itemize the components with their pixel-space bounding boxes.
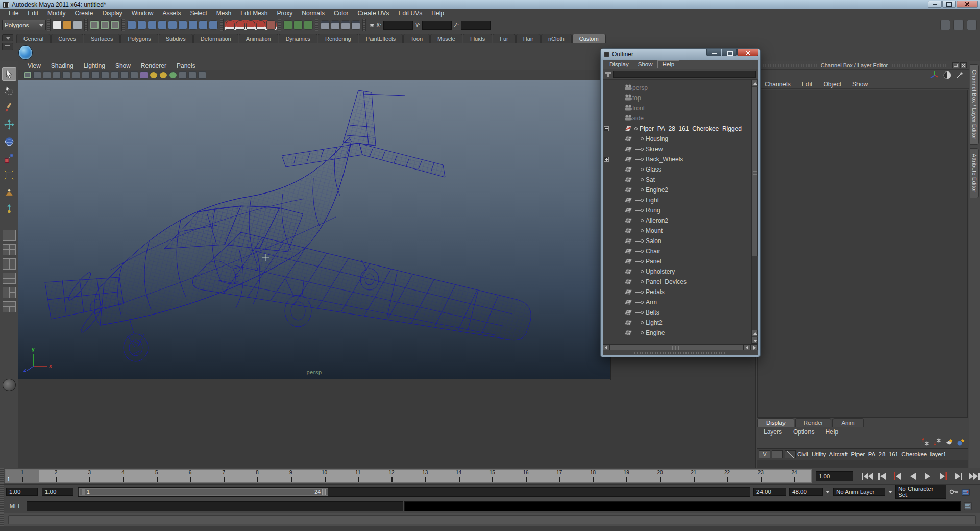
z-input[interactable]: [461, 21, 491, 30]
outliner-item-persp[interactable]: persp: [603, 83, 751, 93]
shelf-tab-toon[interactable]: Toon: [403, 34, 430, 43]
snap-view-plane-icon[interactable]: [256, 20, 265, 30]
layer-row[interactable]: VCivil_Utility_Aircraft_Piper_PA_28_161_…: [757, 449, 968, 460]
snap-curve-icon[interactable]: [236, 20, 245, 30]
animation-end-field[interactable]: [789, 488, 823, 496]
outliner-item-chair[interactable]: Chair: [603, 246, 751, 256]
title-bar[interactable]: Autodesk Maya 2011 x64: untitled*: [0, 0, 980, 9]
range-end-handle[interactable]: [322, 489, 326, 495]
play-forwards-icon[interactable]: [922, 471, 934, 481]
custom-shelf-script-icon[interactable]: [18, 45, 33, 60]
outliner-menu-display[interactable]: Display: [605, 61, 633, 68]
current-time-field[interactable]: [816, 471, 853, 481]
expand-icon[interactable]: [604, 157, 609, 162]
menu-normals[interactable]: Normals: [297, 10, 329, 17]
shadows-icon[interactable]: [169, 71, 177, 79]
outliner-item-glass[interactable]: Glass: [603, 164, 751, 175]
select-camera-icon[interactable]: [23, 71, 32, 79]
frame-6[interactable]: 6: [174, 470, 207, 482]
menu-edit-mesh[interactable]: Edit Mesh: [236, 10, 272, 17]
create-layer-from-selected-icon[interactable]: [957, 438, 965, 446]
mask-surfaces-icon[interactable]: [168, 20, 177, 30]
select-by-dropdown-icon[interactable]: [370, 24, 374, 27]
lighting-all-icon[interactable]: [150, 71, 158, 79]
menu-proxy[interactable]: Proxy: [273, 10, 298, 17]
status-group-separator[interactable]: [278, 19, 281, 31]
outliner-item-piper-pa-28-161-cherokee-rigged[interactable]: Piper_PA_28_161_Cherokee_Rigged: [603, 124, 751, 134]
select-object-icon[interactable]: [100, 20, 109, 30]
outliner-item-upholstery[interactable]: Upholstery: [603, 267, 751, 277]
viewport-canvas[interactable]: y x z persp: [18, 80, 610, 379]
four-pane-layout[interactable]: [3, 244, 16, 255]
manipulator-axis-icon[interactable]: [930, 71, 939, 79]
outliner-item-top[interactable]: top: [603, 93, 751, 103]
menu-select[interactable]: Select: [185, 10, 211, 17]
frame-21[interactable]: 21: [677, 470, 710, 482]
layer-menu-options[interactable]: Options: [788, 428, 820, 436]
menu-set-dropdown[interactable]: Polygons: [2, 20, 46, 30]
side-tab-attribute-editor[interactable]: Attribute Editor: [970, 148, 979, 198]
menu-display[interactable]: Display: [97, 10, 127, 17]
auto-keyframe-icon[interactable]: [949, 488, 959, 495]
outliner-item-light[interactable]: Light: [603, 195, 751, 205]
channel-box-content[interactable]: [757, 90, 968, 418]
viewport-menu-lighting[interactable]: Lighting: [79, 62, 110, 69]
outliner-item-back-wheels[interactable]: Back_Wheels: [603, 154, 751, 164]
frame-5[interactable]: 5: [140, 470, 174, 482]
channel-menu-channels[interactable]: Channels: [759, 81, 796, 88]
menu-edit-uvs[interactable]: Edit UVs: [394, 10, 427, 17]
lock-camera-icon[interactable]: [33, 71, 41, 79]
shelf-tab-ncloth[interactable]: nCloth: [541, 34, 572, 43]
ipr-render-icon[interactable]: [341, 20, 350, 30]
lasso-select-tool[interactable]: [2, 84, 16, 98]
frame-2[interactable]: 2: [39, 470, 73, 482]
viewport-menu-view[interactable]: View: [22, 62, 46, 69]
move-layer-down-icon[interactable]: [933, 438, 942, 446]
scrollbar-thumb[interactable]: [752, 87, 758, 256]
outliner-item-housing[interactable]: Housing: [603, 134, 751, 144]
show-attribute-editor-icon[interactable]: [967, 20, 977, 30]
outliner-item-sat[interactable]: Sat: [603, 175, 751, 185]
menu-mesh[interactable]: Mesh: [212, 10, 236, 17]
select-tool[interactable]: [2, 67, 16, 81]
new-scene-icon[interactable]: [53, 20, 62, 30]
step-back-frame-icon[interactable]: [876, 471, 888, 481]
highlight-selection-icon[interactable]: [127, 20, 136, 30]
outliner-item-pedals[interactable]: Pedals: [603, 287, 751, 297]
shelf-tab-deformation[interactable]: Deformation: [193, 34, 238, 43]
float-panel-icon[interactable]: [952, 62, 959, 68]
universal-manipulator-tool[interactable]: [2, 168, 16, 182]
playback-speed-dropdown-icon[interactable]: [826, 491, 830, 493]
mask-misc-icon[interactable]: [209, 20, 218, 30]
textured-icon[interactable]: [179, 71, 187, 79]
speed-dial-icon[interactable]: [943, 71, 951, 79]
show-manipulator-tool[interactable]: [2, 202, 16, 215]
layer-tab-anim[interactable]: Anim: [832, 418, 863, 427]
frame-24[interactable]: 24: [777, 470, 811, 482]
select-component-icon[interactable]: [110, 20, 119, 30]
resize-grip[interactable]: [603, 350, 758, 355]
open-render-view-icon[interactable]: [321, 20, 330, 30]
two-pane-stacked-layout[interactable]: [3, 273, 16, 284]
frame-ruler[interactable]: 1123456789101112131415161718192021222324: [5, 469, 812, 483]
minimize-button[interactable]: [928, 1, 942, 8]
construction-history-icon[interactable]: [304, 20, 313, 30]
step-back-key-icon[interactable]: [891, 471, 903, 481]
snap-grid-icon[interactable]: [226, 20, 235, 30]
paint-select-tool[interactable]: [2, 101, 16, 114]
status-group-separator[interactable]: [121, 19, 125, 31]
status-group-separator[interactable]: [47, 19, 51, 31]
shelf-tab-curves[interactable]: Curves: [51, 34, 83, 43]
two-d-pan-zoom-icon[interactable]: [72, 71, 80, 79]
scrollbar-thumb[interactable]: [610, 344, 744, 350]
script-editor-icon[interactable]: [964, 502, 972, 510]
safe-title-icon[interactable]: [130, 71, 138, 79]
gate-mask-icon[interactable]: [101, 71, 109, 79]
menu-assets[interactable]: Assets: [158, 10, 185, 17]
outliner-search-input[interactable]: [613, 71, 756, 78]
outliner-item-belts[interactable]: Belts: [603, 307, 751, 318]
outliner-item-aileron2[interactable]: Aileron2: [603, 215, 751, 226]
perspective-viewport-panel[interactable]: ViewShadingLightingShowRendererPanels: [18, 61, 611, 380]
shelf-tab-hair[interactable]: Hair: [516, 34, 541, 43]
pointer-arrow-icon[interactable]: [955, 71, 964, 79]
